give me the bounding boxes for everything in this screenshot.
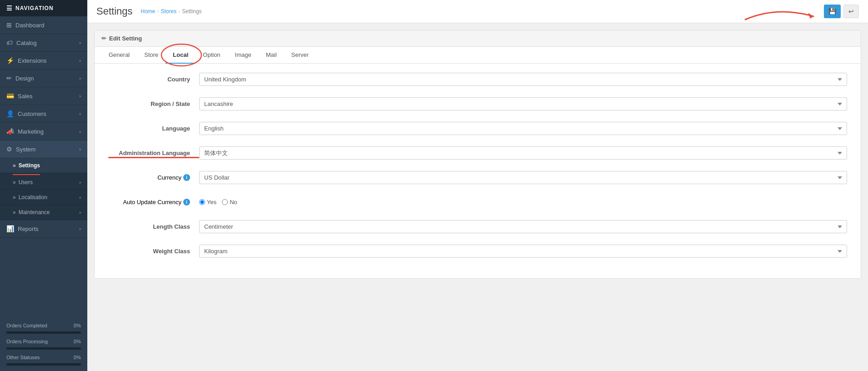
currency-wrap: US Dollar Euro British Pound: [199, 171, 847, 184]
region-select[interactable]: Lancashire Yorkshire Essex: [199, 97, 847, 110]
admin-language-select[interactable]: 简体中文 English Deutsch: [199, 146, 847, 160]
nav-icon: ☰: [6, 5, 13, 12]
reports-icon: 📊: [6, 225, 14, 232]
sidebar-item-reports[interactable]: 📊 Reports ›: [0, 220, 87, 238]
label-length: Length Class: [108, 220, 199, 230]
design-icon: ✏: [6, 75, 12, 82]
submenu-arrow-localisation: »: [13, 194, 16, 201]
sidebar-submenu-maintenance[interactable]: » Maintenance ›: [0, 205, 87, 220]
sidebar-submenu-localisation[interactable]: » Localisation ›: [0, 190, 87, 205]
maintenance-label: Maintenance: [19, 209, 50, 216]
currency-select[interactable]: US Dollar Euro British Pound: [199, 171, 847, 184]
sidebar-item-system[interactable]: ⚙ System ›: [0, 140, 87, 158]
length-select[interactable]: Centimeter Inch Millimeter: [199, 220, 847, 233]
sidebar-label-reports: Reports: [18, 226, 39, 232]
form-area: Country United Kingdom United States Ger…: [95, 64, 861, 278]
form-row-length: Length Class Centimeter Inch Millimeter: [108, 220, 847, 236]
sidebar-item-sales[interactable]: 💳 Sales ›: [0, 87, 87, 105]
sidebar-label-customers: Customers: [18, 110, 46, 117]
sidebar-item-customers[interactable]: 👤 Customers ›: [0, 105, 87, 123]
breadcrumb-stores[interactable]: Stores: [161, 8, 177, 15]
form-row-weight: Weight Class Kilogram Pound Gram: [108, 245, 847, 261]
tab-mail[interactable]: Mail: [259, 47, 284, 64]
label-admin-language: Administration Language: [108, 146, 199, 156]
sidebar-label-system: System: [16, 146, 35, 153]
stat-value-processing: 0%: [74, 339, 81, 344]
sidebar-label-marketing: Marketing: [18, 128, 44, 135]
sidebar-label-design: Design: [15, 75, 34, 82]
stat-row-other: Other Statuses 0%: [0, 352, 87, 362]
customers-icon: 👤: [6, 110, 14, 117]
currency-info-icon[interactable]: i: [183, 174, 190, 181]
sidebar-label-dashboard: Dashboard: [15, 22, 45, 29]
system-icon: ⚙: [6, 145, 12, 153]
length-wrap: Centimeter Inch Millimeter: [199, 220, 847, 233]
stat-value-other: 0%: [74, 355, 81, 360]
header-actions: 💾 ↩: [824, 5, 859, 18]
sidebar-title: NAVIGATION: [15, 5, 54, 11]
tab-option[interactable]: Option: [196, 47, 227, 64]
admin-language-wrap: 简体中文 English Deutsch: [199, 146, 847, 160]
tab-local[interactable]: Local: [166, 47, 196, 64]
page-title: Settings: [96, 5, 133, 17]
users-arrow: ›: [79, 180, 81, 185]
annotation-arrow: [741, 4, 832, 31]
save-button[interactable]: 💾: [824, 5, 841, 18]
sidebar-item-design[interactable]: ✏ Design ›: [0, 70, 87, 87]
label-currency-wrap: Currency i: [108, 171, 199, 181]
sidebar-item-dashboard[interactable]: ⊞ Dashboard: [0, 16, 87, 34]
pencil-icon: ✏: [101, 35, 106, 42]
auto-currency-info-icon[interactable]: i: [183, 199, 190, 206]
system-submenu: » Settings » Users › » Localisation › » …: [0, 158, 87, 220]
marketing-arrow: ›: [79, 129, 81, 134]
label-weight: Weight Class: [108, 245, 199, 255]
radio-yes-label[interactable]: Yes: [199, 199, 216, 206]
sidebar-item-catalog[interactable]: 🏷 Catalog ›: [0, 34, 87, 52]
sidebar-label-extensions: Extensions: [18, 57, 47, 64]
stat-bar-processing: [0, 346, 87, 352]
sidebar-item-marketing[interactable]: 📣 Marketing ›: [0, 123, 87, 140]
reports-arrow: ›: [79, 226, 81, 231]
form-row-region: Region / State Lancashire Yorkshire Esse…: [108, 97, 847, 114]
language-select[interactable]: English French German: [199, 122, 847, 135]
breadcrumb-home[interactable]: Home: [141, 8, 156, 15]
stat-bar-other: [0, 362, 87, 368]
radio-no-text: No: [230, 199, 237, 206]
region-wrap: Lancashire Yorkshire Essex: [199, 97, 847, 110]
content-panel: ✏ Edit Setting General Store Local Optio…: [94, 30, 861, 279]
radio-yes[interactable]: [199, 199, 205, 205]
main-header: Settings Home › Stores › Settings 💾 ↩: [87, 0, 868, 23]
maintenance-arrow: ›: [79, 210, 81, 215]
tabs-bar: General Store Local Option Image Mail Se…: [95, 47, 861, 64]
sidebar-submenu-users[interactable]: » Users ›: [0, 175, 87, 190]
panel-heading: ✏ Edit Setting: [95, 30, 861, 47]
stat-row-processing: Orders Processing 0%: [0, 336, 87, 346]
sidebar-submenu-settings[interactable]: » Settings: [0, 158, 87, 173]
form-row-country: Country United Kingdom United States Ger…: [108, 73, 847, 89]
back-button[interactable]: ↩: [843, 5, 859, 18]
breadcrumb-settings: Settings: [182, 8, 201, 15]
country-select[interactable]: United Kingdom United States Germany Fra…: [199, 73, 847, 86]
stat-label-processing: Orders Processing: [6, 339, 48, 344]
stat-bar-completed: [0, 331, 87, 336]
weight-wrap: Kilogram Pound Gram: [199, 245, 847, 258]
submenu-arrow-users: »: [13, 179, 16, 186]
stat-row-completed: Orders Completed 0%: [0, 321, 87, 331]
design-arrow: ›: [79, 75, 81, 81]
weight-select[interactable]: Kilogram Pound Gram: [199, 245, 847, 258]
label-auto-currency: Auto Update Currency: [123, 199, 181, 206]
sidebar: ☰ NAVIGATION ⊞ Dashboard 🏷 Catalog › ⚡ E…: [0, 0, 87, 371]
catalog-icon: 🏷: [6, 39, 13, 46]
svg-marker-0: [808, 13, 813, 19]
language-wrap: English French German: [199, 122, 847, 135]
localisation-label: Localisation: [19, 194, 47, 201]
tab-store[interactable]: Store: [137, 47, 166, 64]
tab-image[interactable]: Image: [228, 47, 259, 64]
radio-no[interactable]: [222, 199, 228, 205]
sidebar-item-extensions[interactable]: ⚡ Extensions ›: [0, 52, 87, 70]
radio-no-label[interactable]: No: [222, 199, 237, 206]
submenu-arrow-maintenance: »: [13, 209, 16, 216]
tab-server[interactable]: Server: [284, 47, 316, 64]
label-auto-currency-wrap: Auto Update Currency i: [108, 196, 199, 206]
tab-general[interactable]: General: [101, 47, 137, 64]
